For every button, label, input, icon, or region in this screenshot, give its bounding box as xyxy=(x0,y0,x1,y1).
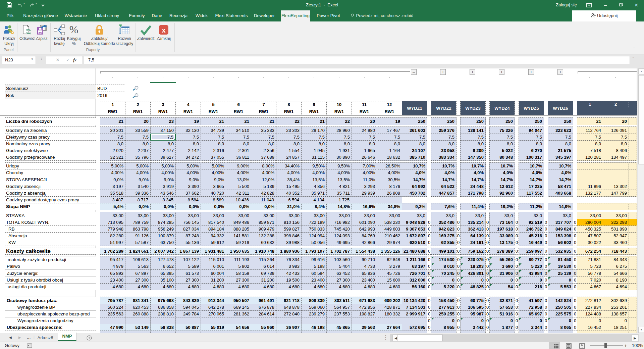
svg-text:%: % xyxy=(69,24,78,35)
svg-text:x: x xyxy=(162,27,165,34)
